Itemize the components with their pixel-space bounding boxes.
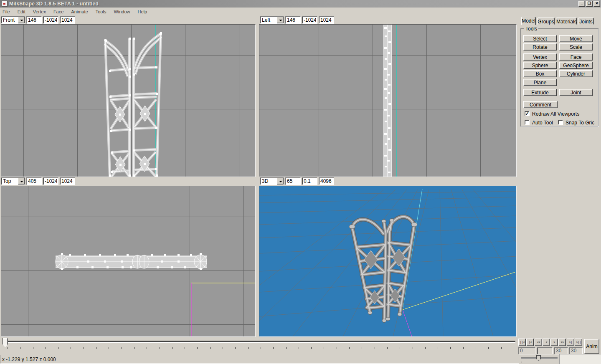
menu-animate[interactable]: Animate [71, 8, 91, 15]
rewind-button-icon[interactable]: << [535, 339, 542, 346]
top-viewport-controls: Top [1, 177, 75, 185]
total-frames-field[interactable]: 30 [554, 347, 568, 354]
timeline-ticks [8, 347, 514, 349]
top-view-select-value: Top [3, 178, 11, 184]
joint-button[interactable]: Joint [559, 89, 593, 96]
minimize-button-icon[interactable]: _ [578, 1, 585, 7]
menu-file[interactable]: File [3, 8, 14, 15]
top-view-dropdown-button[interactable] [18, 178, 25, 185]
front-near-field[interactable] [43, 16, 58, 24]
top-zoom-field[interactable] [26, 177, 42, 185]
snap-to-grid-checkbox[interactable] [558, 120, 563, 125]
restore-button-icon[interactable]: ❐ [586, 1, 593, 7]
fast-forward-button-icon[interactable]: >> [558, 339, 566, 346]
3d-view-select[interactable]: 3D [260, 177, 284, 185]
frame-field-2[interactable] [537, 347, 553, 354]
left-far-field[interactable] [319, 16, 334, 24]
menu-window[interactable]: Window [114, 8, 134, 15]
front-far-field[interactable] [60, 16, 75, 24]
menu-face[interactable]: Face [53, 8, 67, 15]
step-back-button-icon[interactable]: < [543, 339, 550, 346]
vertex-button[interactable]: Vertex [523, 53, 557, 61]
front-viewport-controls: Front [1, 16, 75, 24]
window-title: MilkShape 3D 1.8.5 BETA 1 - untitled [9, 1, 578, 7]
auto-tool-label[interactable]: Auto Tool [532, 120, 553, 126]
left-view-select[interactable]: Left [260, 16, 284, 24]
3d-fov-field[interactable] [285, 177, 301, 185]
3d-canvas [259, 186, 516, 336]
next-keyframe-button-icon[interactable]: >| [567, 339, 574, 346]
cylinder-button[interactable]: Cylinder [559, 70, 593, 77]
top-far-field[interactable] [60, 177, 75, 185]
menu-help[interactable]: Help [138, 8, 151, 15]
step-forward-button-icon[interactable]: > [550, 339, 558, 346]
3d-viewport-controls: 3D [260, 177, 334, 185]
sphere-button[interactable]: Sphere [523, 62, 557, 69]
chevron-down-icon [279, 181, 282, 182]
3d-view-dropdown-button[interactable] [277, 178, 284, 185]
box-button[interactable]: Box [523, 70, 557, 77]
scale-button[interactable]: Scale [559, 43, 593, 51]
3d-view-select-value: 3D [262, 178, 268, 184]
anim-toggle-button[interactable]: Anim [584, 339, 599, 354]
front-zoom-field[interactable] [26, 16, 42, 24]
tab-groups[interactable]: Groups [537, 18, 555, 25]
comment-button[interactable]: Comment [523, 101, 558, 108]
chevron-down-icon [20, 20, 23, 21]
tab-joints[interactable]: Joints [578, 18, 594, 25]
milkshape-window: MilkShape 3D 1.8.5 BETA 1 - untitled _ ❐… [0, 0, 601, 364]
snap-to-grid-label[interactable]: Snap To Gric [565, 120, 594, 126]
tools-groupbox-label: Tools [524, 26, 538, 32]
mini-slider-thumb[interactable] [536, 355, 541, 361]
mini-slider-tick [557, 361, 557, 363]
redraw-all-viewports-checkbox[interactable]: ✓ [525, 111, 530, 116]
front-view-select-value: Front [3, 17, 15, 23]
select-button[interactable]: Select [523, 35, 557, 42]
top-near-field[interactable] [43, 177, 58, 185]
left-viewport-controls: Left [260, 16, 334, 24]
3d-far-field[interactable] [319, 177, 334, 185]
chevron-down-icon [20, 181, 23, 182]
menu-edit[interactable]: Edit [18, 8, 29, 15]
left-viewport[interactable] [259, 24, 517, 177]
tab-model[interactable]: Model [521, 17, 536, 25]
left-zoom-field[interactable] [285, 16, 301, 24]
mini-slider-tick [522, 361, 522, 363]
coordinates-readout: x -1.229 y 1.527 z 0.000 [2, 356, 56, 362]
extrude-button[interactable]: Extrude [523, 89, 557, 96]
timeline-track[interactable] [3, 341, 515, 343]
menu-bar: File Edit Vertex Face Animate Tools Wind… [0, 8, 601, 16]
left-near-field[interactable] [302, 16, 317, 24]
front-view-select[interactable]: Front [1, 16, 25, 24]
plane-button[interactable]: Plane [523, 79, 557, 86]
geosphere-button[interactable]: GeoSphere [559, 62, 593, 69]
top-viewport[interactable] [1, 186, 256, 337]
z-axis-line [403, 310, 412, 336]
rotate-button[interactable]: Rotate [523, 43, 557, 51]
move-button[interactable]: Move [559, 35, 593, 42]
prev-keyframe-button-icon[interactable]: |< [526, 339, 534, 346]
go-last-frame-button-icon[interactable]: >|| [575, 339, 582, 346]
status-bar: x -1.229 y 1.527 z 0.000 [0, 355, 519, 364]
auto-tool-checkbox[interactable] [525, 120, 530, 125]
front-wireframe-canvas [1, 25, 255, 177]
3d-viewport[interactable] [259, 186, 517, 337]
front-viewport[interactable] [1, 24, 256, 177]
front-view-dropdown-button[interactable] [18, 17, 25, 23]
current-frame-field[interactable]: 0 [518, 347, 535, 354]
left-view-select-value: Left [262, 17, 270, 23]
3d-near-field[interactable] [302, 177, 317, 185]
left-wireframe-canvas [259, 25, 516, 177]
menu-tools[interactable]: Tools [96, 8, 110, 15]
fps-field[interactable]: 30 [569, 347, 583, 354]
redraw-all-viewports-label[interactable]: Redraw All Viewports [532, 111, 579, 117]
go-first-frame-button-icon[interactable]: ||< [518, 339, 526, 346]
left-view-dropdown-button[interactable] [277, 17, 284, 23]
top-view-select[interactable]: Top [1, 177, 25, 185]
menu-vertex[interactable]: Vertex [33, 8, 50, 15]
bottom-right-panel [559, 354, 601, 364]
close-button-icon[interactable]: ✕ [593, 1, 600, 7]
timeline-thumb[interactable] [3, 338, 8, 347]
tab-materials[interactable]: Materials [556, 18, 577, 25]
face-button[interactable]: Face [559, 53, 593, 61]
